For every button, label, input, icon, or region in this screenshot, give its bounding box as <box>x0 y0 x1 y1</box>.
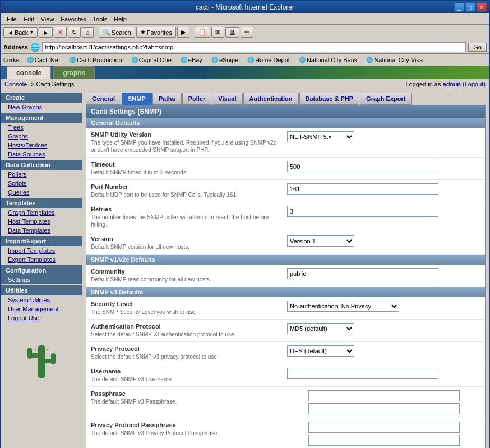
breadcrumb-console[interactable]: Console <box>4 81 27 87</box>
timeout-label: Timeout <box>91 161 281 168</box>
logout-link[interactable]: (Logout) <box>463 81 486 87</box>
print-button[interactable]: 🖶 <box>225 27 239 38</box>
separator-2 <box>192 27 192 38</box>
tab-general[interactable]: General <box>86 93 121 105</box>
link-cacti-production[interactable]: 🌐 Cacti Production <box>65 56 126 64</box>
admin-link[interactable]: admin <box>443 81 461 87</box>
close-button[interactable]: ✕ <box>477 3 487 12</box>
link-national-city-visa[interactable]: 🌐 National City Visa <box>362 56 427 64</box>
address-input[interactable] <box>42 42 466 52</box>
history-icon: 📋 <box>198 29 206 36</box>
minimize-button[interactable]: _ <box>454 3 464 12</box>
link-icon-5: 🌐 <box>247 57 254 63</box>
auth-protocol-select[interactable]: MD5 (default) SHA <box>287 323 354 334</box>
sidebar-item-hosts-devices[interactable]: Hosts/Devices <box>1 141 82 150</box>
form-row-security: Security Level The SNMP Security Level y… <box>86 297 485 320</box>
window-title: cacti - Microsoft Internet Explorer <box>196 3 294 11</box>
sidebar-item-system-utilities[interactable]: System Utilities <box>1 295 82 304</box>
edit-button[interactable]: ✏ <box>241 27 253 38</box>
links-label: Links <box>3 57 20 63</box>
sidebar-section-utilities: Utilities <box>1 285 82 295</box>
privacy-protocol-select[interactable]: DES (default) AES128 AES192 AES256 <box>287 345 354 357</box>
link-capital-one[interactable]: 🌐 Capital One <box>127 56 175 64</box>
sidebar-item-settings[interactable]: Settings <box>1 275 82 284</box>
form-row-community: Community Default SNMP read community fo… <box>86 265 485 287</box>
form-row-retries: Retries The number times the SNMP poller… <box>86 202 485 232</box>
privacy-passphrase-input-2[interactable] <box>308 435 460 446</box>
menu-help[interactable]: Help <box>110 15 130 24</box>
link-esnipe[interactable]: 🌐 eSnipe <box>207 56 242 64</box>
forward-button[interactable]: ► <box>39 27 53 38</box>
sidebar-item-data-templates[interactable]: Data Templates <box>1 226 82 235</box>
favorites-button[interactable]: ★ Favorites <box>136 27 176 38</box>
community-input[interactable] <box>287 268 438 279</box>
tab-visual[interactable]: Visual <box>212 93 242 105</box>
edit-icon: ✏ <box>244 29 249 36</box>
retries-desc: The number times the SNMP poller will at… <box>91 214 281 228</box>
sidebar-item-host-templates[interactable]: Host Templates <box>1 217 82 226</box>
tab-poller[interactable]: Poller <box>182 93 212 105</box>
refresh-button[interactable]: ↻ <box>68 27 81 38</box>
tab-paths[interactable]: Paths <box>152 93 182 105</box>
sidebar-item-trees[interactable]: Trees <box>1 123 82 132</box>
menu-edit[interactable]: Edit <box>20 15 38 24</box>
port-input[interactable] <box>287 183 438 195</box>
home-button[interactable]: ⌂ <box>82 27 94 38</box>
svg-rect-4 <box>51 353 56 364</box>
maximize-button[interactable]: □ <box>465 3 475 12</box>
passphrase-input-1[interactable] <box>308 390 460 401</box>
passphrase-input-2[interactable] <box>308 403 460 414</box>
link-cacti-net[interactable]: 🌐 Cacti Net <box>23 56 64 64</box>
tab-authentication[interactable]: Authentication <box>243 93 299 105</box>
tab-snmp[interactable]: SNMP <box>122 93 152 105</box>
sidebar-item-graph-templates[interactable]: Graph Templates <box>1 208 82 217</box>
tab-console[interactable]: console <box>7 66 51 79</box>
form-row-snmp-utility: SNMP Utility Version The type of SNMP yo… <box>86 128 485 158</box>
media-button[interactable]: ▶ <box>177 27 189 38</box>
form-row-privacy-protocol: Privacy Protocol Select the default SNMP… <box>86 342 485 364</box>
mail-button[interactable]: ✉ <box>211 27 224 38</box>
sidebar-item-import-templates[interactable]: Import Templates <box>1 246 82 255</box>
sidebar-item-data-sources[interactable]: Data Sources <box>1 150 82 159</box>
svg-line-5 <box>34 349 38 350</box>
back-button[interactable]: ◄ Back ▼ <box>3 27 38 38</box>
sidebar-item-graphs[interactable]: Graphs <box>1 132 82 141</box>
breadcrumb-current: Cacti Settings <box>36 81 75 87</box>
go-button[interactable]: Go <box>468 43 487 52</box>
retries-input[interactable] <box>287 206 438 217</box>
settings-tabs: General SNMP Paths Poller Visual <box>86 93 486 105</box>
sidebar-item-pollers[interactable]: Pollers <box>1 170 82 179</box>
timeout-input[interactable] <box>287 161 438 172</box>
privacy-passphrase-input-1[interactable] <box>308 422 460 433</box>
menu-tools[interactable]: Tools <box>90 15 111 24</box>
privacy-protocol-desc: Select the default SNMP v3 privacy proto… <box>91 353 281 361</box>
menu-view[interactable]: View <box>38 15 58 24</box>
sidebar-item-user-management[interactable]: User Management <box>1 304 82 313</box>
sidebar-item-export-templates[interactable]: Export Templates <box>1 255 82 264</box>
menu-favorites[interactable]: Favorites <box>57 15 89 24</box>
link-ebay[interactable]: 🌐 eBay <box>177 56 206 64</box>
sidebar-item-new-graphs[interactable]: New Graphs <box>1 103 82 112</box>
tab-graphs[interactable]: graphs <box>53 66 95 79</box>
stop-button[interactable]: ✕ <box>54 27 67 38</box>
print-icon: 🖶 <box>229 29 235 36</box>
link-home-depot[interactable]: 🌐 Home Depot <box>243 56 294 64</box>
snmp-utility-select[interactable]: NET-SNMP 5.x NET-SNMP 4.x UCD-SNMP 4.x <box>287 131 354 142</box>
refresh-icon: ↻ <box>72 29 77 36</box>
sidebar-item-scripts[interactable]: Scripts <box>1 179 82 188</box>
menu-file[interactable]: File <box>3 15 20 24</box>
sidebar-item-queries[interactable]: Queries <box>1 188 82 197</box>
retries-label: Retries <box>91 206 281 213</box>
version-select[interactable]: Version 1 Version 2 Version 3 <box>287 235 354 247</box>
tab-database-php[interactable]: Database & PHP <box>299 93 360 105</box>
search-button[interactable]: 🔍 Search <box>99 27 135 38</box>
privacy-passphrase-desc: The default SNMP v3 Privacy Protocol Pas… <box>91 429 281 437</box>
username-input[interactable] <box>287 368 438 379</box>
link-national-city-bank[interactable]: 🌐 National City Bank <box>295 56 362 64</box>
forward-icon: ► <box>43 29 49 36</box>
sidebar-item-logout-user[interactable]: Logout User <box>1 313 82 322</box>
security-select[interactable]: No authentication, No Privacy Authentica… <box>287 301 399 312</box>
tab-graph-export[interactable]: Graph Export <box>360 93 412 105</box>
passphrase-desc: The default SNMP v3 Passphrase. <box>91 398 281 405</box>
history-button[interactable]: 📋 <box>195 27 210 38</box>
